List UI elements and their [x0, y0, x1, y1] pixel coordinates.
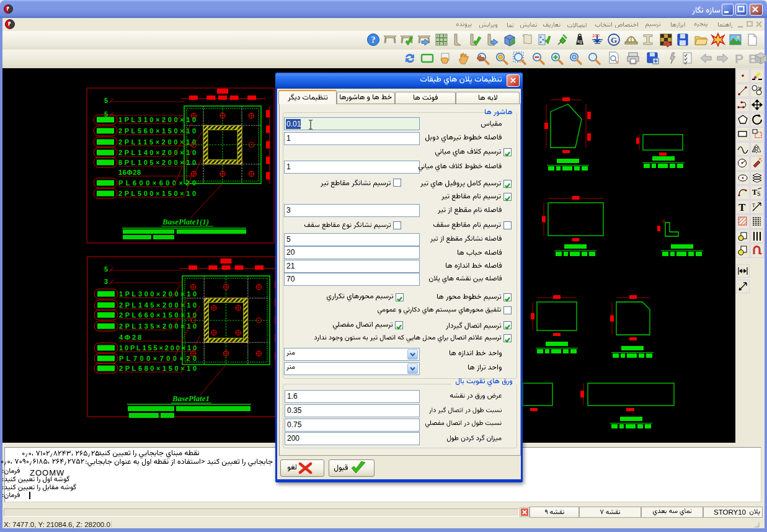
svg-text:2PL500×150×10: 2PL500×150×10 — [118, 190, 196, 197]
svg-text:BasePlate1(1): BasePlate1(1) — [162, 217, 209, 226]
svg-text:5: 5 — [104, 265, 108, 273]
svg-text:BasePlate1: BasePlate1 — [172, 394, 210, 403]
svg-text:5: 5 — [104, 97, 108, 104]
svg-text:S: S — [757, 190, 761, 197]
svg-text:P: P — [735, 51, 743, 66]
svg-text:kg: kg — [577, 39, 582, 44]
svg-text:10PL155×200×10: 10PL155×200×10 — [119, 344, 197, 352]
svg-text:?: ? — [371, 35, 376, 45]
svg-text:16Ф28: 16Ф28 — [118, 169, 141, 176]
svg-text:100: 100 — [592, 33, 600, 38]
svg-text:T: T — [752, 188, 757, 197]
svg-text:T: T — [738, 202, 746, 213]
svg-text:5: 5 — [104, 110, 108, 118]
svg-text:T: T — [752, 203, 755, 208]
svg-text:4Ф28: 4Ф28 — [119, 334, 141, 341]
svg-text:G: G — [611, 35, 617, 45]
svg-text:3: 3 — [104, 278, 108, 285]
